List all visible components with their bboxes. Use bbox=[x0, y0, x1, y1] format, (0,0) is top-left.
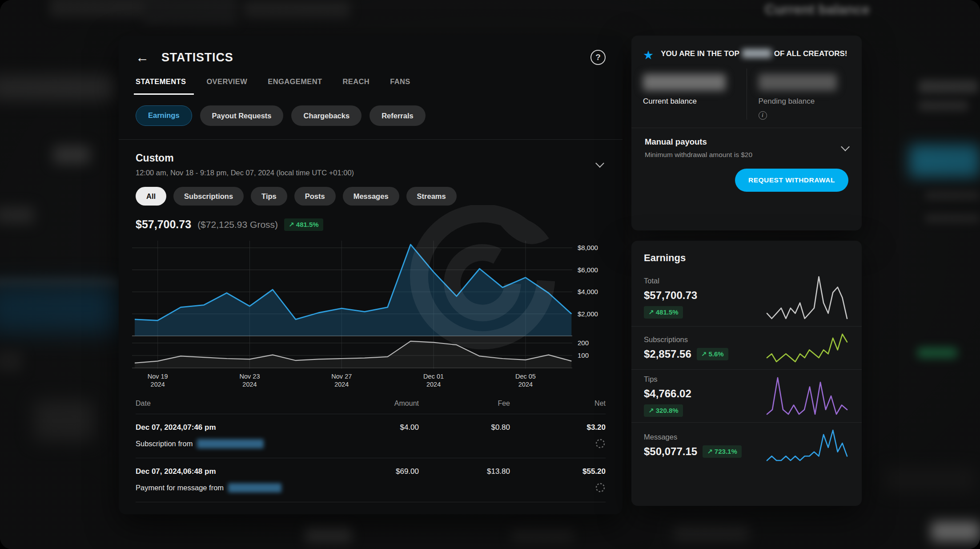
pill-earnings[interactable]: Earnings bbox=[136, 105, 192, 126]
blurred-username-link[interactable] bbox=[197, 439, 264, 448]
table-row: Dec 07, 2024,07:46 pm $4.00 $0.80 $3.20 … bbox=[136, 414, 606, 458]
filter-posts[interactable]: Posts bbox=[294, 187, 336, 206]
balance-card: ★ YOU ARE IN THE TOPOF ALL CREATORS! Cur… bbox=[631, 36, 862, 230]
chevron-down-icon[interactable] bbox=[841, 142, 850, 151]
loading-spinner-icon bbox=[595, 482, 606, 493]
col-header-amount: Amount bbox=[330, 400, 419, 408]
transaction-fee: $13.80 bbox=[419, 467, 510, 476]
transaction-net: $55.20 bbox=[510, 467, 606, 476]
earnings-section-subscriptions: Subscriptions $2,857.56 ↗ 5.6% bbox=[631, 326, 862, 369]
balances-row: Current balance Pending balance i bbox=[631, 69, 862, 120]
pill-payout-requests[interactable]: Payout Requests bbox=[200, 105, 284, 126]
tab-fans[interactable]: FANS bbox=[390, 77, 410, 95]
tips-sparkline bbox=[765, 375, 849, 416]
transaction-fee: $0.80 bbox=[419, 423, 510, 432]
transaction-date: Dec 07, 2024,06:48 pm bbox=[136, 467, 330, 476]
transaction-description-row: Payment for message from bbox=[136, 478, 606, 502]
section-text: Total $57,700.73 ↗ 481.5% bbox=[644, 277, 697, 319]
transaction-date: Dec 07, 2024,07:46 pm bbox=[136, 423, 330, 432]
date-range-subtitle: 12:00 am, Nov 18 - 9:18 pm, Dec 07, 2024… bbox=[136, 169, 354, 177]
transaction-description: Payment for message from bbox=[136, 484, 224, 492]
section-text: Tips $4,766.02 ↗ 320.8% bbox=[644, 375, 691, 417]
earnings-section-tips: Tips $4,766.02 ↗ 320.8% bbox=[631, 369, 862, 422]
back-arrow-icon[interactable]: ← bbox=[136, 51, 152, 64]
info-icon[interactable]: i bbox=[759, 111, 767, 120]
manual-payouts-title: Manual payouts bbox=[645, 137, 752, 147]
statistics-panel: ← STATISTICS ? STATEMENTS OVERVIEW ENGAG… bbox=[119, 36, 623, 514]
manual-payouts-text: Manual payouts Minimum withdrawal amount… bbox=[645, 137, 752, 159]
banner-prefix: YOU ARE IN THE TOP bbox=[661, 49, 739, 58]
pill-chargebacks[interactable]: Chargebacks bbox=[291, 105, 361, 126]
section-value: $50,077.15 bbox=[644, 445, 697, 458]
col-header-date: Date bbox=[136, 400, 330, 408]
svg-text:2024: 2024 bbox=[334, 381, 349, 388]
report-type-pills: Earnings Payout Requests Chargebacks Ref… bbox=[119, 95, 623, 140]
svg-text:Dec 05: Dec 05 bbox=[515, 373, 536, 380]
date-range-selector[interactable]: Custom 12:00 am, Nov 18 - 9:18 pm, Dec 0… bbox=[119, 140, 623, 182]
section-change-badge: ↗ 723.1% bbox=[703, 445, 742, 458]
transaction-net: $3.20 bbox=[510, 423, 606, 432]
net-earnings-value: $57,700.73 bbox=[136, 218, 191, 231]
date-range-title: Custom bbox=[136, 152, 354, 164]
pill-referrals[interactable]: Referrals bbox=[370, 105, 426, 126]
transaction-description-row: Subscription from bbox=[136, 434, 606, 458]
request-withdrawal-button[interactable]: REQUEST WITHDRAWAL bbox=[735, 169, 848, 192]
earnings-section-total: Total $57,700.73 ↗ 481.5% bbox=[631, 269, 862, 326]
section-value: $57,700.73 bbox=[644, 289, 697, 302]
transaction-values-row: Dec 07, 2024,06:48 pm $69.00 $13.80 $55.… bbox=[136, 458, 606, 478]
filter-streams[interactable]: Streams bbox=[406, 187, 457, 206]
earnings-chart-area: $8,000$6,000$4,000$2,000200100Nov 192024… bbox=[119, 232, 623, 390]
tab-reach[interactable]: REACH bbox=[343, 77, 370, 95]
blurred-pending-balance-amount bbox=[759, 74, 837, 91]
help-icon[interactable]: ? bbox=[590, 50, 606, 65]
svg-text:$6,000: $6,000 bbox=[578, 266, 598, 274]
filter-all[interactable]: All bbox=[136, 187, 166, 206]
blurred-percentile-value bbox=[742, 49, 771, 58]
chevron-down-icon[interactable] bbox=[595, 159, 604, 168]
earnings-chart: $8,000$6,000$4,000$2,000200100Nov 192024… bbox=[131, 234, 605, 388]
current-balance-label: Current balance bbox=[643, 97, 735, 106]
col-header-net: Net bbox=[510, 400, 606, 408]
transaction-amount: $4.00 bbox=[330, 423, 419, 432]
table-header-row: Date Amount Fee Net bbox=[136, 396, 606, 414]
total-sparkline bbox=[765, 274, 849, 321]
messages-sparkline bbox=[765, 428, 849, 463]
date-range-text: Custom 12:00 am, Nov 18 - 9:18 pm, Dec 0… bbox=[136, 152, 354, 177]
section-label: Messages bbox=[644, 433, 742, 441]
table-row: Dec 07, 2024,06:48 pm $69.00 $13.80 $55.… bbox=[136, 458, 606, 502]
earnings-section-messages: Messages $50,077.15 ↗ 723.1% bbox=[631, 422, 862, 468]
svg-text:Nov 19: Nov 19 bbox=[148, 373, 168, 380]
tab-engagement[interactable]: ENGAGEMENT bbox=[268, 77, 322, 95]
filter-messages[interactable]: Messages bbox=[343, 187, 399, 206]
category-filter-pills: All Subscriptions Tips Posts Messages St… bbox=[119, 182, 623, 207]
tab-statements[interactable]: STATEMENTS bbox=[136, 77, 186, 95]
manual-payouts-row[interactable]: Manual payouts Minimum withdrawal amount… bbox=[631, 128, 862, 161]
gross-earnings-value: ($72,125.93 Gross) bbox=[197, 219, 278, 230]
section-label: Tips bbox=[644, 375, 691, 383]
section-text: Messages $50,077.15 ↗ 723.1% bbox=[644, 433, 742, 458]
svg-text:$2,000: $2,000 bbox=[578, 310, 598, 318]
svg-text:2024: 2024 bbox=[426, 381, 441, 388]
app-window: Current balance ← STATISTICS ? STATEMENT… bbox=[0, 0, 980, 549]
filter-subscriptions[interactable]: Subscriptions bbox=[173, 187, 244, 206]
earnings-change-badge: ↗ 481.5% bbox=[284, 218, 323, 231]
earnings-summary: $57,700.73 ($72,125.93 Gross) ↗ 481.5% bbox=[119, 207, 623, 232]
banner-text: YOU ARE IN THE TOPOF ALL CREATORS! bbox=[661, 48, 847, 62]
svg-text:Dec 01: Dec 01 bbox=[423, 373, 444, 380]
transactions-table: Date Amount Fee Net Dec 07, 2024,07:46 p… bbox=[119, 396, 623, 502]
panel-header: ← STATISTICS ? bbox=[119, 36, 623, 65]
col-header-fee: Fee bbox=[419, 400, 510, 408]
page-title: STATISTICS bbox=[161, 51, 233, 65]
blurred-username-link[interactable] bbox=[228, 483, 281, 492]
svg-text:200: 200 bbox=[578, 339, 589, 347]
loading-spinner-icon bbox=[595, 438, 606, 449]
section-text: Subscriptions $2,857.56 ↗ 5.6% bbox=[644, 335, 728, 360]
blurred-current-balance-amount bbox=[643, 74, 726, 91]
tab-overview[interactable]: OVERVIEW bbox=[206, 77, 247, 95]
svg-text:100: 100 bbox=[578, 351, 589, 359]
transaction-amount: $69.00 bbox=[330, 467, 419, 476]
svg-text:2024: 2024 bbox=[242, 381, 257, 388]
banner-suffix: OF ALL CREATORS! bbox=[774, 49, 847, 58]
filter-tips[interactable]: Tips bbox=[251, 187, 287, 206]
svg-text:2024: 2024 bbox=[151, 381, 165, 388]
